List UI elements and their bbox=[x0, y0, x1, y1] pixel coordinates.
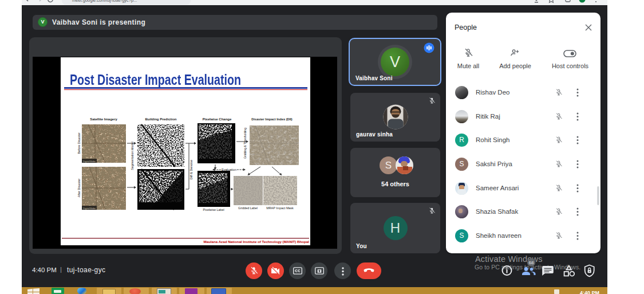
svg-text:DigitalGlobe: DigitalGlobe bbox=[83, 207, 96, 210]
svg-text:Building Prediction: Building Prediction bbox=[145, 117, 177, 121]
svg-text:Pixelwise Label: Pixelwise Label bbox=[203, 208, 224, 211]
svg-text:Maulana Azad National Institut: Maulana Azad National Institute of Techn… bbox=[203, 240, 309, 244]
svg-text:68: 68 bbox=[529, 260, 534, 265]
svg-text:Gridding & Thresholding: Gridding & Thresholding bbox=[243, 128, 247, 159]
svg-text:After Disaster: After Disaster bbox=[77, 178, 81, 197]
svg-text:MRAP Impact Mask: MRAP Impact Mask bbox=[266, 206, 294, 210]
svg-text:Satellite Imagery: Satellite Imagery bbox=[90, 117, 117, 121]
svg-text:Disaster Impact Index (DII): Disaster Impact Index (DII) bbox=[251, 117, 293, 121]
svg-text:DigitalGlobe: DigitalGlobe bbox=[83, 160, 96, 163]
svg-text:Segmentation Model: Segmentation Model bbox=[131, 142, 134, 170]
svg-text:Gridded Label: Gridded Label bbox=[238, 206, 258, 210]
svg-text:Evaluation: Evaluation bbox=[222, 168, 236, 171]
svg-text:Pixelwise Change: Pixelwise Change bbox=[203, 117, 232, 121]
svg-text:Diff & Denoise: Diff & Denoise bbox=[189, 160, 193, 179]
svg-text:Before Disaster: Before Disaster bbox=[77, 132, 81, 154]
